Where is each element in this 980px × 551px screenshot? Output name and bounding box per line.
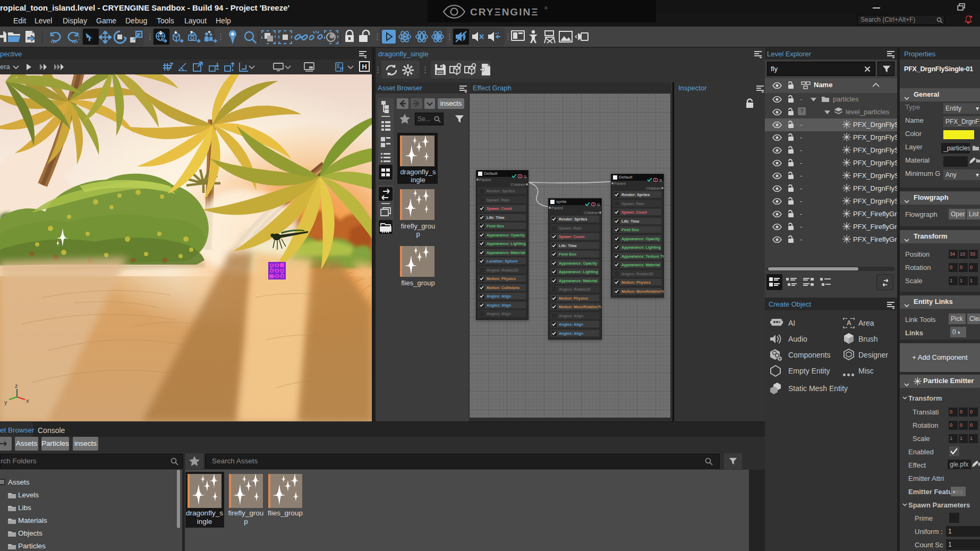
svg-text:H: H — [340, 66, 344, 71]
svg-text:A: A — [847, 319, 851, 327]
svg-text:S: S — [597, 202, 600, 207]
svg-text:®: ® — [544, 6, 548, 11]
svg-text:S: S — [659, 178, 662, 182]
svg-text:CRYΞNGINΞ: CRYΞNGINΞ — [470, 6, 539, 18]
svg-text:S: S — [524, 174, 526, 179]
